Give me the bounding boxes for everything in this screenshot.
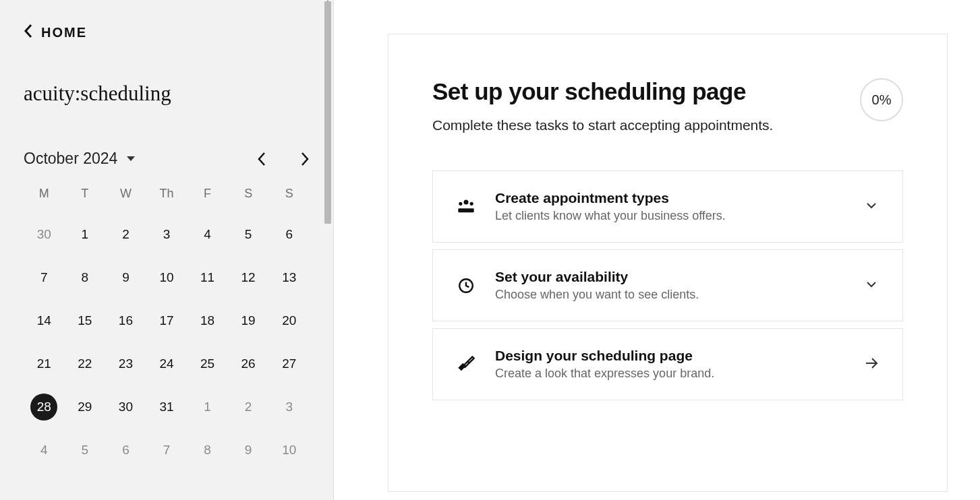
calendar-day[interactable]: 22 (71, 350, 98, 377)
calendar-day[interactable]: 21 (30, 350, 57, 377)
day-of-week-header: S (268, 187, 310, 205)
month-row: October 2024 (24, 150, 310, 168)
task-desc: Create a look that expresses your brand. (495, 367, 844, 381)
calendar-day[interactable]: 20 (276, 307, 303, 334)
calendar-day[interactable]: 9 (112, 264, 139, 291)
task-row[interactable]: Set your availabilityChoose when you wan… (432, 249, 903, 321)
calendar-day[interactable]: 3 (153, 221, 180, 248)
dropdown-triangle-icon (127, 156, 135, 161)
calendar-day[interactable]: 14 (30, 307, 57, 334)
calendar-day[interactable]: 31 (153, 394, 180, 420)
calendar-day[interactable]: 7 (30, 264, 57, 291)
calendar-day[interactable]: 2 (235, 394, 262, 420)
day-of-week-header: S (228, 187, 269, 205)
progress-value: 0% (872, 92, 892, 108)
calendar-day[interactable]: 8 (71, 264, 98, 291)
arrow-right-icon (863, 355, 880, 374)
task-list: Create appointment typesLet clients know… (432, 170, 903, 400)
svg-line-5 (467, 361, 469, 363)
calendar-day[interactable]: 13 (276, 264, 303, 291)
calendar-day[interactable]: 15 (71, 307, 98, 334)
calendar-day[interactable]: 9 (235, 437, 262, 464)
calendar-day[interactable]: 30 (112, 394, 139, 420)
brand-logo: acuity:scheduling (24, 82, 310, 106)
calendar-day[interactable]: 19 (235, 307, 262, 334)
chevron-left-icon (24, 24, 33, 41)
home-label: HOME (41, 25, 87, 40)
month-label: October 2024 (24, 150, 117, 168)
calendar-day[interactable]: 1 (194, 394, 221, 420)
svg-rect-3 (458, 208, 473, 212)
scrollbar[interactable] (322, 0, 333, 500)
task-body: Create appointment typesLet clients know… (495, 190, 844, 223)
calendar-day[interactable]: 25 (194, 350, 221, 377)
brush-icon (456, 354, 476, 375)
calendar-day[interactable]: 1 (71, 221, 98, 248)
task-title: Create appointment types (495, 190, 844, 206)
calendar-day[interactable]: 5 (71, 437, 98, 464)
scrollbar-thumb[interactable] (324, 1, 331, 224)
svg-point-2 (470, 201, 473, 205)
calendar-day[interactable]: 24 (153, 350, 180, 377)
chevron-down-icon (863, 276, 880, 295)
calendar-day[interactable]: 18 (194, 307, 221, 334)
task-title: Set your availability (495, 269, 844, 285)
calendar-day[interactable]: 10 (276, 437, 303, 464)
panel-header: Set up your scheduling page Complete the… (432, 78, 903, 133)
day-of-week-header: F (187, 187, 228, 205)
panel-title: Set up your scheduling page (432, 78, 773, 105)
main-content: Set up your scheduling page Complete the… (334, 0, 980, 500)
next-month-button[interactable] (300, 152, 310, 166)
day-of-week-header: T (65, 187, 106, 205)
day-of-week-header: M (24, 187, 65, 205)
task-body: Design your scheduling pageCreate a look… (495, 348, 844, 381)
calendar-day[interactable]: 17 (153, 307, 180, 334)
home-link[interactable]: HOME (24, 24, 310, 41)
task-title: Design your scheduling page (495, 348, 844, 364)
sidebar: HOME acuity:scheduling October 2024 MTWT… (0, 0, 334, 500)
calendar-day[interactable]: 6 (112, 437, 139, 464)
month-select[interactable]: October 2024 (24, 150, 135, 168)
day-of-week-header: W (105, 187, 146, 205)
calendar-day[interactable]: 29 (71, 394, 98, 420)
task-body: Set your availabilityChoose when you wan… (495, 269, 844, 302)
calendar-day[interactable]: 3 (276, 394, 303, 420)
calendar-day[interactable]: 27 (276, 350, 303, 377)
calendar-day[interactable]: 12 (235, 264, 262, 291)
people-icon (456, 197, 476, 217)
calendar-grid: MTWThFSS30123456789101112131415161718192… (24, 187, 310, 464)
calendar-day[interactable]: 8 (194, 437, 221, 464)
calendar-day[interactable]: 5 (235, 221, 262, 248)
calendar-day[interactable]: 6 (276, 221, 303, 248)
clock-icon (456, 276, 476, 296)
calendar-day[interactable]: 23 (112, 350, 139, 377)
calendar-day[interactable]: 11 (194, 264, 221, 291)
chevron-down-icon (863, 197, 880, 216)
day-of-week-header: Th (146, 187, 188, 205)
calendar-day[interactable]: 7 (153, 437, 180, 464)
svg-point-0 (464, 199, 469, 204)
calendar-day[interactable]: 2 (112, 221, 139, 248)
prev-month-button[interactable] (257, 152, 266, 166)
svg-point-1 (459, 201, 462, 205)
calendar-day[interactable]: 10 (153, 264, 180, 291)
calendar-day[interactable]: 26 (235, 350, 262, 377)
panel-subtitle: Complete these tasks to start accepting … (432, 117, 773, 133)
progress-indicator: 0% (860, 78, 903, 121)
calendar-day[interactable]: 4 (30, 437, 57, 464)
calendar-day[interactable]: 4 (194, 221, 221, 248)
calendar-day[interactable]: 16 (112, 307, 139, 334)
task-row[interactable]: Create appointment typesLet clients know… (432, 170, 903, 243)
brand-part-b: :scheduling (75, 82, 171, 105)
brand-part-a: acuity (24, 82, 75, 105)
calendar-day[interactable]: 28 (30, 394, 57, 420)
setup-panel: Set up your scheduling page Complete the… (388, 34, 948, 492)
month-nav (257, 152, 310, 166)
task-desc: Choose when you want to see clients. (495, 288, 844, 302)
calendar-day[interactable]: 30 (30, 221, 57, 248)
task-desc: Let clients know what your business offe… (495, 209, 844, 223)
task-row[interactable]: Design your scheduling pageCreate a look… (432, 328, 903, 400)
